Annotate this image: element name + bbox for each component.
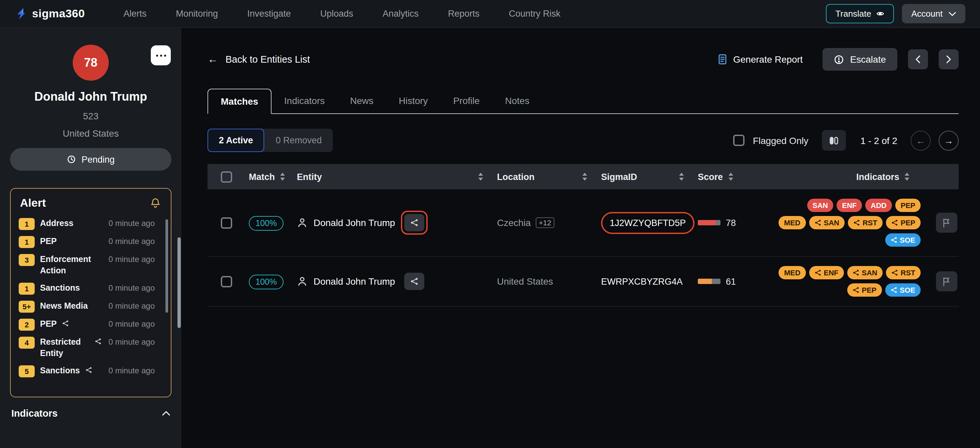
indicator-badge-enf[interactable]: ENF [809, 266, 844, 279]
status-button[interactable]: Pending [10, 148, 172, 171]
alert-item[interactable]: 4Restricted Entity0 minute ago [19, 337, 163, 359]
column-header-score[interactable]: Score [694, 172, 774, 182]
alert-time: 0 minute ago [107, 337, 155, 347]
indicator-badge-add[interactable]: ADD [865, 199, 892, 212]
active-matches-filter[interactable]: 2 Active [207, 129, 264, 152]
dot [156, 54, 158, 56]
alert-item[interactable]: 5+News Media0 minute ago [19, 301, 163, 313]
entity-country: United States [10, 128, 172, 139]
flag-icon [941, 218, 951, 228]
back-to-entities-button[interactable]: ← Back to Entities List [207, 54, 310, 65]
indicator-badge-san[interactable]: SAN [807, 199, 833, 212]
tab-notes[interactable]: Notes [492, 89, 542, 113]
alert-item[interactable]: 3Enforcement Action0 minute ago [19, 254, 163, 276]
relationship-icon [85, 366, 92, 373]
entity-sidebar: 78 Donald John Trump 523 United States P… [0, 28, 181, 448]
risk-score-badge: 78 [73, 44, 109, 81]
escalate-button[interactable]: Escalate [823, 48, 897, 71]
column-header-sigmaid[interactable]: SigmaID [597, 172, 694, 182]
nav-item-analytics[interactable]: Analytics [383, 9, 418, 19]
nav-item-uploads[interactable]: Uploads [320, 9, 353, 19]
alert-item[interactable]: 1Address0 minute ago [19, 218, 163, 230]
sort-icon [582, 173, 588, 181]
nav-item-monitoring[interactable]: Monitoring [176, 9, 218, 19]
flag-button[interactable] [935, 271, 957, 291]
score-value: 78 [726, 218, 736, 228]
alert-label: PEP [40, 319, 57, 330]
alert-item[interactable]: 1Sanctions0 minute ago [19, 283, 163, 295]
more-options-button[interactable] [151, 45, 171, 65]
dot [164, 54, 166, 56]
alert-item[interactable]: 5Sanctions0 minute ago [19, 365, 163, 377]
alert-item[interactable]: 1PEP0 minute ago [19, 236, 163, 248]
column-header-match[interactable]: Match [245, 172, 293, 182]
next-page-button[interactable]: → [939, 130, 959, 150]
indicator-badge-san[interactable]: SAN [847, 266, 883, 279]
relationships-button[interactable] [404, 273, 424, 290]
select-all-checkbox[interactable] [221, 171, 232, 182]
indicator-badge-rst[interactable]: RST [886, 266, 921, 279]
entity-name: Donald John Trump [10, 90, 172, 104]
alert-count-badge: 5+ [19, 301, 35, 313]
column-header-location[interactable]: Location [493, 172, 597, 182]
alert-count-badge: 2 [19, 319, 35, 330]
chevron-up-icon [162, 411, 170, 416]
indicator-badge-pep[interactable]: PEP [847, 283, 882, 297]
indicator-badge-enf[interactable]: ENF [837, 199, 862, 212]
flag-button[interactable] [935, 213, 957, 233]
sigma-id-cell[interactable]: 1J2WZYQBFTD5P [601, 212, 694, 234]
tab-indicators[interactable]: Indicators [272, 89, 337, 113]
match-row-1[interactable]: 100% Donald John Trump [207, 189, 959, 257]
translate-button[interactable]: Translate [826, 4, 894, 23]
removed-matches-filter[interactable]: 0 Removed [264, 129, 333, 152]
generate-report-button[interactable]: Generate Report [718, 54, 803, 65]
sidebar-scrollbar[interactable] [177, 237, 181, 328]
column-settings-button[interactable] [822, 130, 846, 151]
nav-item-alerts[interactable]: Alerts [123, 9, 146, 19]
person-icon [297, 217, 307, 228]
entity-name-cell[interactable]: Donald John Trump [313, 217, 395, 228]
alert-label: PEP [40, 236, 57, 247]
indicator-badge-pep[interactable]: PEP [886, 216, 921, 229]
tab-matches[interactable]: Matches [207, 89, 272, 114]
entity-name-cell[interactable]: Donald John Trump [313, 276, 395, 287]
alert-count-badge: 4 [19, 337, 35, 349]
column-header-indicators[interactable]: Indicators [774, 172, 921, 182]
indicator-badge-san[interactable]: SAN [809, 216, 845, 229]
nav-item-investigate[interactable]: Investigate [247, 9, 291, 19]
previous-page-button[interactable]: ← [911, 130, 931, 150]
indicator-badge-soe[interactable]: SOE [885, 283, 921, 297]
indicator-badge-soe[interactable]: SOE [885, 234, 921, 247]
indicator-badge-pep[interactable]: PEP [895, 199, 921, 212]
match-row-2[interactable]: 100% Donald John Trump [207, 257, 959, 307]
tab-history[interactable]: History [386, 89, 441, 113]
row-checkbox[interactable] [221, 217, 232, 228]
tab-profile[interactable]: Profile [441, 89, 492, 113]
alert-scrollbar[interactable] [165, 219, 168, 313]
nav-item-reports[interactable]: Reports [448, 9, 480, 19]
sigma-id-cell[interactable]: EWRPXCBYZRG4A [601, 276, 683, 287]
location-extra-badge[interactable]: +12 [535, 217, 554, 228]
row-checkbox[interactable] [221, 276, 232, 287]
sort-icon [904, 173, 910, 181]
previous-entity-button[interactable] [908, 49, 928, 69]
tab-news[interactable]: News [337, 89, 386, 113]
flagged-only-checkbox[interactable] [733, 135, 745, 146]
column-label: Entity [297, 172, 322, 182]
brand-logo[interactable]: sigma360 [15, 7, 85, 20]
alert-time: 0 minute ago [107, 301, 155, 311]
indicator-badge-med[interactable]: MED [779, 216, 806, 229]
column-header-entity[interactable]: Entity [293, 172, 493, 182]
indicators-section-label: Indicators [11, 408, 58, 419]
escalate-label: Escalate [850, 54, 886, 65]
alert-item[interactable]: 2PEP0 minute ago [19, 319, 163, 330]
exclamation-circle-icon [834, 54, 844, 64]
account-button[interactable]: Account [902, 4, 965, 23]
indicators-section-toggle[interactable]: Indicators [10, 408, 172, 419]
indicator-badge-rst[interactable]: RST [848, 216, 883, 229]
nav-item-country-risk[interactable]: Country Risk [509, 9, 561, 19]
next-entity-button[interactable] [939, 49, 959, 69]
indicator-badge-med[interactable]: MED [779, 266, 806, 279]
relationships-button[interactable] [404, 214, 424, 231]
alert-count-badge: 5 [19, 365, 35, 377]
